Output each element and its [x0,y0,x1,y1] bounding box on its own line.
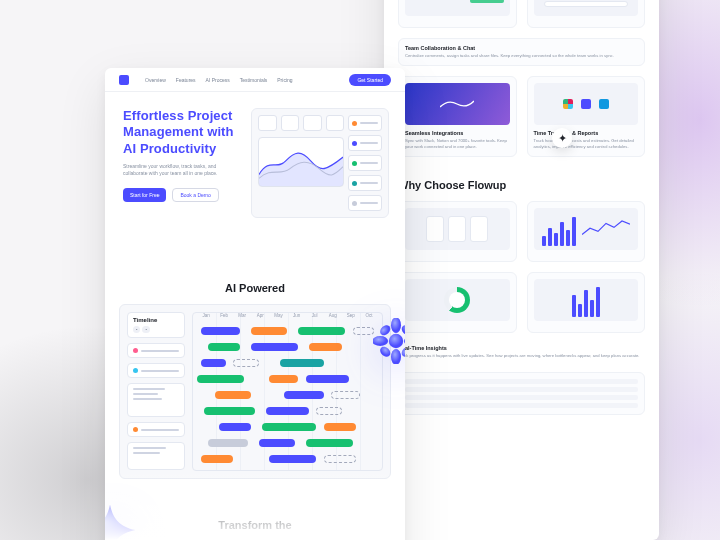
why-grid: Real-Time Insights Track progress as it … [398,201,645,414]
benefits-row: Smart Automation Remove repetitive steps… [384,0,659,425]
why-heading: Why Choose Flowup [398,179,645,191]
side-card [127,442,185,470]
hero-title-1: Effortless Project [123,108,241,124]
feature-collaboration-card: Team Collaboration & Chat Centralize com… [398,38,645,66]
hero-title-2: Management with [123,124,241,140]
transform-heading: Transform the [105,519,405,531]
book-demo-button[interactable]: Book a Demo [172,188,218,202]
nav-features[interactable]: Features [176,77,196,83]
nav-pricing[interactable]: Pricing [277,77,292,83]
landing-page-right: Smart Automation Remove repetitive steps… [384,0,659,540]
side-item [127,343,185,358]
hero-area-chart [258,137,344,187]
gantt-area: JanFebMarAprMayJunJulAugSepOct [192,312,383,471]
feature-time-tracking: Time Tracking & Reports Track hours, bil… [527,76,646,158]
app-icon [581,99,591,109]
trello-icon [599,99,609,109]
svg-point-7 [378,345,392,359]
nav-testimonials[interactable]: Testimonials [240,77,268,83]
side-card [127,383,185,417]
start-free-button[interactable]: Start for Free [123,188,166,202]
hero-title-3: AI Productivity [123,141,241,157]
landing-page-left: Overview Features AI Process Testimonial… [105,68,405,540]
hero: Effortless Project Management with AI Pr… [105,92,405,244]
star-icon [105,503,137,540]
donut-icon [444,287,470,313]
plus-badge-icon: ✦ [552,128,572,148]
ai-section-heading: AI Powered [105,282,405,294]
feature-project-file: Project File [398,0,517,28]
why-table [398,372,645,415]
features-grid: Project File [398,0,645,157]
logo-icon [119,75,129,85]
side-item [127,363,185,378]
top-nav: Overview Features AI Process Testimonial… [105,68,405,92]
svg-point-1 [391,318,401,333]
svg-point-5 [378,323,392,337]
feature-cards [527,0,646,28]
kpi-card [326,115,345,131]
timeline-side-head: Timeline •• [127,312,185,338]
burst-icon [373,318,405,364]
feature-integrations: Seamless Integrations Sync with Slack, N… [398,76,517,158]
hero-dashboard [251,108,389,218]
why-real-time-copy: Real-Time Insights Track progress as it … [398,343,645,361]
nav-cta-button[interactable]: Get Started [349,74,391,86]
hero-side-list [348,115,382,211]
why-donut [398,272,517,333]
svg-point-4 [404,336,405,346]
svg-point-2 [391,349,401,364]
side-item [127,422,185,437]
slack-icon [563,99,573,109]
kpi-card [281,115,300,131]
kpi-card [258,115,277,131]
why-bars [527,272,646,333]
kpi-card [303,115,322,131]
why-kanban [398,201,517,262]
why-analytics [527,201,646,262]
svg-point-0 [389,334,403,348]
nav-ai-process[interactable]: AI Process [206,77,230,83]
timeline-dashboard: Timeline •• JanFebMarAprMayJu [119,304,391,479]
svg-point-3 [373,336,388,346]
nav-overview[interactable]: Overview [145,77,166,83]
hero-sub: Streamline your workflow, track tasks, a… [123,163,233,178]
